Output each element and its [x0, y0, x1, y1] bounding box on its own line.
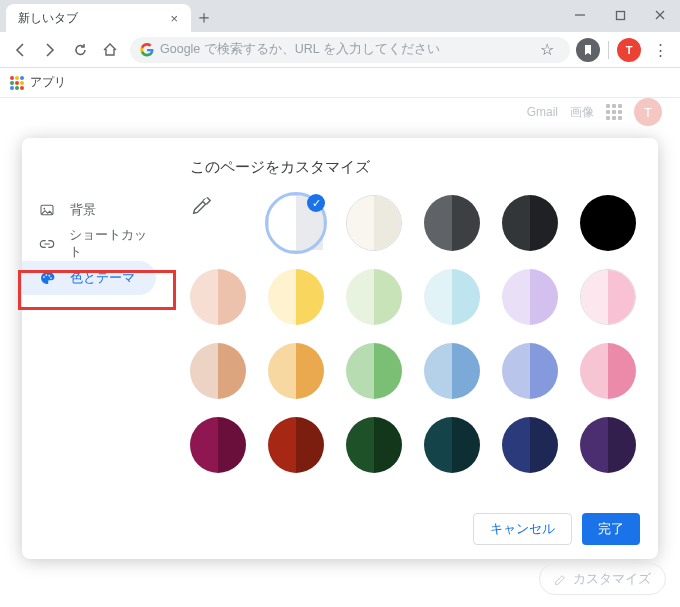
cancel-button[interactable]: キャンセル: [473, 513, 572, 545]
eyedropper-icon: [190, 195, 212, 217]
color-swatch[interactable]: [190, 269, 246, 325]
color-swatch[interactable]: [346, 269, 402, 325]
window-close-button[interactable]: [640, 2, 680, 28]
color-swatch[interactable]: [424, 343, 480, 399]
new-tab-button[interactable]: ＋: [191, 4, 217, 30]
sidebar-item-label: ショートカット: [69, 227, 156, 261]
pencil-icon: [554, 573, 567, 586]
color-swatch[interactable]: [268, 417, 324, 473]
close-tab-icon[interactable]: ×: [167, 11, 181, 26]
apps-launcher-icon[interactable]: [606, 104, 622, 120]
bookmarks-bar: アプリ: [0, 68, 680, 98]
color-swatch[interactable]: [190, 417, 246, 473]
dialog-footer: キャンセル 完了: [473, 513, 640, 545]
color-swatch[interactable]: [346, 195, 402, 251]
sidebar-item-background[interactable]: 背景: [22, 193, 156, 227]
profile-avatar[interactable]: T: [617, 38, 641, 62]
sidebar-item-label: 色とテーマ: [70, 270, 135, 287]
sidebar-item-label: 背景: [70, 202, 96, 219]
color-swatch[interactable]: [580, 343, 636, 399]
address-bar[interactable]: Google で検索するか、URL を入力してください ☆: [130, 37, 570, 63]
svg-point-8: [48, 275, 50, 277]
svg-point-7: [45, 274, 47, 276]
link-icon: [38, 235, 55, 253]
back-button[interactable]: [6, 36, 34, 64]
reload-button[interactable]: [66, 36, 94, 64]
color-swatch[interactable]: [424, 269, 480, 325]
svg-point-9: [50, 277, 52, 279]
color-swatch[interactable]: [580, 269, 636, 325]
ntp-header: Gmail 画像 T: [527, 98, 680, 126]
sidebar-item-shortcuts[interactable]: ショートカット: [22, 227, 156, 261]
bookmark-star-icon[interactable]: ☆: [540, 40, 554, 59]
ntp-link-images[interactable]: 画像: [570, 104, 594, 121]
ntp-avatar[interactable]: T: [634, 98, 662, 126]
home-button[interactable]: [96, 36, 124, 64]
omnibox-placeholder: Google で検索するか、URL を入力してください: [160, 41, 440, 58]
dialog-title: このページをカスタマイズ: [190, 158, 636, 177]
window-maximize-button[interactable]: [600, 2, 640, 28]
tab-title: 新しいタブ: [18, 10, 167, 27]
customize-dialog: 背景 ショートカット 色とテーマ このページをカスタマイズ ✓ キャンセル 完了: [22, 138, 658, 559]
apps-shortcut[interactable]: アプリ: [10, 74, 66, 91]
menu-kebab-icon[interactable]: ⋮: [647, 41, 674, 59]
check-icon: ✓: [307, 194, 325, 212]
image-icon: [38, 201, 56, 219]
browser-toolbar: Google で検索するか、URL を入力してください ☆ T ⋮: [0, 32, 680, 68]
color-swatch[interactable]: [268, 269, 324, 325]
svg-rect-1: [616, 11, 624, 19]
color-swatch[interactable]: [424, 417, 480, 473]
window-minimize-button[interactable]: [560, 2, 600, 28]
toolbar-separator: [608, 41, 609, 59]
dialog-sidebar: 背景 ショートカット 色とテーマ: [22, 138, 164, 559]
color-swatch[interactable]: ✓: [268, 195, 324, 251]
customize-label: カスタマイズ: [573, 571, 651, 588]
color-swatch[interactable]: [502, 195, 558, 251]
window-controls: [560, 0, 680, 32]
apps-label: アプリ: [30, 74, 66, 91]
color-swatch[interactable]: [502, 269, 558, 325]
forward-button[interactable]: [36, 36, 64, 64]
color-swatch[interactable]: [346, 417, 402, 473]
google-icon: [140, 43, 154, 57]
done-button[interactable]: 完了: [582, 513, 640, 545]
browser-tab[interactable]: 新しいタブ ×: [6, 4, 191, 32]
color-swatch[interactable]: [424, 195, 480, 251]
extension-icon[interactable]: [576, 38, 600, 62]
svg-point-5: [43, 208, 45, 210]
apps-grid-icon: [10, 76, 24, 90]
color-swatch-grid: ✓: [190, 195, 636, 473]
color-swatch[interactable]: [580, 417, 636, 473]
color-picker-swatch[interactable]: [190, 195, 246, 251]
sidebar-item-color-theme[interactable]: 色とテーマ: [22, 261, 156, 295]
ntp-link-gmail[interactable]: Gmail: [527, 105, 558, 119]
color-swatch[interactable]: [580, 195, 636, 251]
customize-button[interactable]: カスタマイズ: [539, 563, 666, 595]
color-swatch[interactable]: [346, 343, 402, 399]
window-titlebar: 新しいタブ × ＋: [0, 0, 680, 32]
palette-icon: [38, 269, 56, 287]
color-swatch[interactable]: [502, 343, 558, 399]
color-swatch[interactable]: [502, 417, 558, 473]
svg-point-6: [43, 276, 45, 278]
color-swatch[interactable]: [268, 343, 324, 399]
color-swatch[interactable]: [190, 343, 246, 399]
dialog-main: このページをカスタマイズ ✓ キャンセル 完了: [164, 138, 658, 559]
